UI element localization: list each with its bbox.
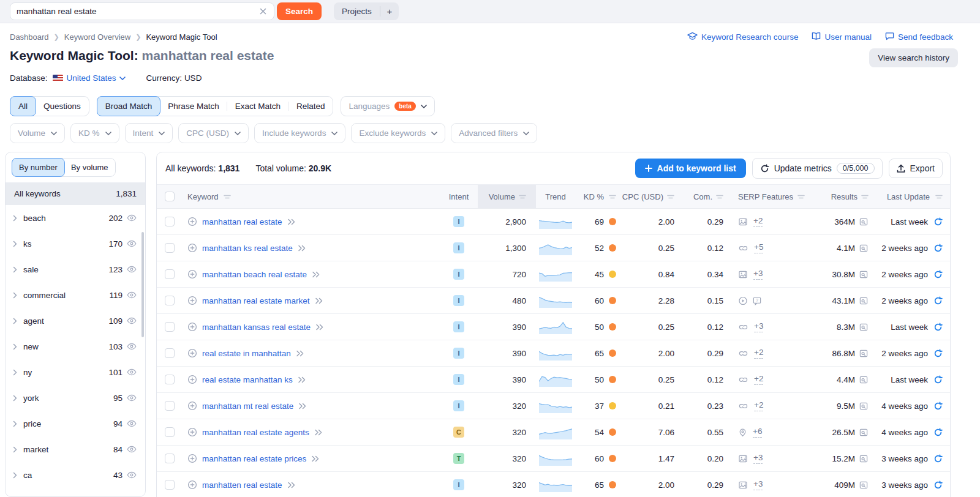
- sort-icon[interactable]: [935, 194, 943, 200]
- breadcrumb-keyword-overview[interactable]: Keyword Overview: [64, 32, 130, 42]
- keyword-link[interactable]: real estate in manhattan: [202, 349, 291, 358]
- refresh-metrics-icon[interactable]: [933, 323, 943, 332]
- open-keyword-double-chevron-icon[interactable]: [312, 271, 320, 278]
- add-keyword-plus-icon[interactable]: [187, 217, 197, 226]
- sort-icon[interactable]: [797, 194, 805, 200]
- column-header-kd[interactable]: KD %: [575, 185, 621, 208]
- add-project-button[interactable]: +: [380, 2, 399, 20]
- breadcrumb-dashboard[interactable]: Dashboard: [10, 32, 49, 42]
- refresh-metrics-icon[interactable]: [933, 217, 943, 226]
- tab-phrase-match[interactable]: Phrase Match: [159, 96, 227, 116]
- filter-advanced-filters[interactable]: Advanced filters: [451, 123, 537, 143]
- sidebar-group-market[interactable]: market84: [6, 436, 145, 462]
- sidebar-group-york[interactable]: york95: [6, 385, 145, 411]
- add-keyword-plus-icon[interactable]: [187, 480, 197, 490]
- refresh-metrics-icon[interactable]: [933, 402, 943, 411]
- hide-group-eye-icon[interactable]: [127, 471, 137, 479]
- hide-group-eye-icon[interactable]: [127, 214, 137, 222]
- refresh-metrics-icon[interactable]: [933, 349, 943, 358]
- serp-preview-icon[interactable]: [859, 480, 869, 490]
- keyword-link[interactable]: real estate manhattan ks: [202, 375, 293, 384]
- sort-icon[interactable]: [667, 194, 674, 200]
- keyword-link[interactable]: manhattan kansas real estate: [202, 323, 311, 332]
- row-checkbox[interactable]: [165, 401, 175, 411]
- keyword-link[interactable]: manhattan beach real estate: [202, 270, 307, 279]
- add-to-keyword-list-button[interactable]: Add to keyword list: [635, 159, 746, 178]
- filter-kd[interactable]: KD %: [70, 123, 119, 143]
- refresh-metrics-icon[interactable]: [933, 375, 943, 384]
- serp-preview-icon[interactable]: [859, 296, 869, 305]
- column-header-cpc-usd[interactable]: CPC (USD): [621, 185, 685, 208]
- sort-icon[interactable]: [716, 194, 723, 200]
- row-checkbox[interactable]: [165, 348, 175, 358]
- row-checkbox[interactable]: [165, 454, 175, 463]
- update-metrics-button[interactable]: Update metrics 0/5,000: [752, 158, 883, 179]
- refresh-metrics-icon[interactable]: [933, 428, 943, 437]
- open-keyword-double-chevron-icon[interactable]: [296, 350, 304, 357]
- hide-group-eye-icon[interactable]: [127, 446, 137, 453]
- serp-more-features[interactable]: +6: [753, 427, 762, 437]
- filter-exclude-keywords[interactable]: Exclude keywords: [351, 123, 445, 143]
- filter-cpc-usd[interactable]: CPC (USD): [178, 123, 249, 143]
- tab-broad-match[interactable]: Broad Match: [97, 96, 161, 116]
- sidebar-group-ny[interactable]: ny101: [6, 359, 145, 385]
- tab-questions[interactable]: Questions: [35, 96, 89, 116]
- open-keyword-double-chevron-icon[interactable]: [311, 455, 320, 462]
- serp-more-features[interactable]: +2: [753, 216, 763, 226]
- hide-group-eye-icon[interactable]: [127, 394, 137, 402]
- sidebar-group-agent[interactable]: agent109: [6, 308, 145, 334]
- hide-group-eye-icon[interactable]: [127, 266, 137, 273]
- refresh-metrics-icon[interactable]: [933, 454, 943, 463]
- keyword-link[interactable]: manhattan real estate market: [202, 296, 310, 305]
- hide-group-eye-icon[interactable]: [127, 343, 137, 350]
- hide-group-eye-icon[interactable]: [127, 291, 137, 299]
- serp-preview-icon[interactable]: [859, 349, 869, 358]
- serp-preview-icon[interactable]: [859, 270, 869, 279]
- column-header-last-update[interactable]: Last Update: [873, 185, 950, 208]
- add-keyword-plus-icon[interactable]: [187, 348, 197, 358]
- sidebar-group-new[interactable]: new103: [6, 334, 145, 359]
- add-keyword-plus-icon[interactable]: [187, 401, 197, 411]
- serp-more-features[interactable]: +3: [753, 479, 763, 490]
- sort-icon[interactable]: [519, 194, 526, 200]
- column-header-intent[interactable]: Intent: [440, 185, 478, 208]
- search-input[interactable]: [17, 7, 258, 16]
- serp-more-features[interactable]: +2: [754, 348, 763, 358]
- open-keyword-double-chevron-icon[interactable]: [315, 324, 324, 331]
- open-keyword-double-chevron-icon[interactable]: [315, 297, 323, 304]
- serp-more-features[interactable]: +2: [754, 400, 763, 411]
- tab-all[interactable]: All: [10, 96, 36, 116]
- user-manual-link[interactable]: User manual: [812, 32, 872, 42]
- row-checkbox[interactable]: [165, 243, 175, 253]
- tab-related[interactable]: Related: [288, 96, 334, 116]
- keyword-link[interactable]: manhattan real estate: [202, 217, 282, 226]
- row-checkbox[interactable]: [165, 269, 175, 279]
- open-keyword-double-chevron-icon[interactable]: [287, 219, 296, 225]
- refresh-metrics-icon[interactable]: [933, 270, 943, 279]
- open-keyword-double-chevron-icon[interactable]: [314, 429, 323, 436]
- send-feedback-link[interactable]: Send feedback: [885, 32, 953, 42]
- row-checkbox[interactable]: [165, 217, 175, 226]
- serp-preview-icon[interactable]: [859, 454, 869, 463]
- refresh-metrics-icon[interactable]: [933, 480, 943, 490]
- hide-group-eye-icon[interactable]: [127, 368, 137, 376]
- column-header-com[interactable]: Com.: [685, 185, 729, 208]
- add-keyword-plus-icon[interactable]: [187, 322, 197, 332]
- sort-icon[interactable]: [861, 194, 869, 200]
- serp-more-features[interactable]: +5: [754, 242, 763, 253]
- sidebar-group-ks[interactable]: ks170: [6, 231, 145, 256]
- row-checkbox[interactable]: [165, 480, 175, 490]
- keyword-link[interactable]: manhattan ks real estate: [202, 244, 293, 253]
- refresh-metrics-icon[interactable]: [933, 244, 943, 253]
- sidebar-group-ca[interactable]: ca43: [6, 462, 145, 488]
- serp-preview-icon[interactable]: [859, 244, 869, 253]
- serp-more-features[interactable]: +3: [754, 321, 763, 332]
- add-keyword-plus-icon[interactable]: [187, 454, 197, 463]
- column-header-keyword[interactable]: Keyword: [183, 185, 440, 208]
- sidebar-group-commercial[interactable]: commercial119: [6, 282, 145, 308]
- column-header-serp-features[interactable]: SERP Features: [729, 185, 812, 208]
- row-checkbox[interactable]: [165, 296, 175, 305]
- hide-group-eye-icon[interactable]: [127, 317, 137, 324]
- add-keyword-plus-icon[interactable]: [187, 375, 197, 384]
- open-keyword-double-chevron-icon[interactable]: [287, 482, 296, 488]
